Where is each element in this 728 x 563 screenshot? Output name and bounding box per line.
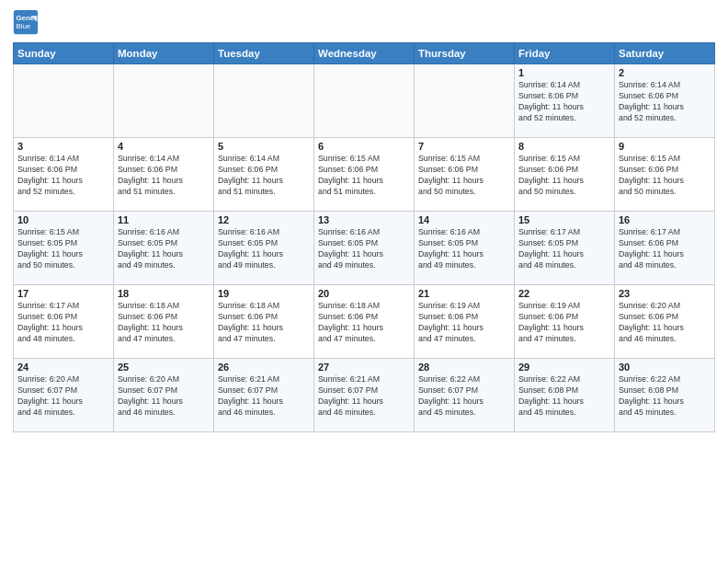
svg-text:Blue: Blue	[17, 22, 31, 30]
day-number: 11	[118, 214, 210, 225]
day-number: 6	[318, 141, 410, 152]
day-info: Sunrise: 6:15 AM Sunset: 6:06 PM Dayligh…	[518, 154, 610, 198]
weekday-row: SundayMondayTuesdayWednesdayThursdayFrid…	[14, 43, 715, 64]
page-header: General Blue	[13, 9, 715, 35]
calendar-cell: 20Sunrise: 6:18 AM Sunset: 6:06 PM Dayli…	[314, 285, 415, 359]
weekday-friday: Friday	[515, 43, 615, 64]
calendar-week-5: 24Sunrise: 6:20 AM Sunset: 6:07 PM Dayli…	[14, 359, 715, 432]
day-info: Sunrise: 6:14 AM Sunset: 6:06 PM Dayligh…	[17, 154, 109, 198]
calendar-cell: 21Sunrise: 6:19 AM Sunset: 6:06 PM Dayli…	[415, 285, 515, 359]
weekday-wednesday: Wednesday	[314, 43, 415, 64]
day-number: 24	[17, 362, 109, 373]
logo: General Blue	[13, 9, 42, 35]
calendar-cell: 8Sunrise: 6:15 AM Sunset: 6:06 PM Daylig…	[515, 138, 615, 212]
day-info: Sunrise: 6:15 AM Sunset: 6:06 PM Dayligh…	[619, 154, 711, 198]
weekday-monday: Monday	[114, 43, 214, 64]
calendar-cell: 29Sunrise: 6:22 AM Sunset: 6:08 PM Dayli…	[515, 359, 615, 432]
day-number: 30	[619, 362, 711, 373]
day-info: Sunrise: 6:17 AM Sunset: 6:05 PM Dayligh…	[518, 227, 610, 271]
day-info: Sunrise: 6:14 AM Sunset: 6:06 PM Dayligh…	[518, 80, 610, 124]
day-number: 4	[118, 141, 210, 152]
calendar-week-4: 17Sunrise: 6:17 AM Sunset: 6:06 PM Dayli…	[14, 285, 715, 359]
logo-icon: General Blue	[13, 9, 39, 35]
day-info: Sunrise: 6:19 AM Sunset: 6:06 PM Dayligh…	[418, 301, 510, 345]
calendar-cell: 12Sunrise: 6:16 AM Sunset: 6:05 PM Dayli…	[214, 212, 314, 285]
calendar-cell	[14, 64, 114, 138]
calendar-cell: 16Sunrise: 6:17 AM Sunset: 6:06 PM Dayli…	[615, 212, 715, 285]
day-info: Sunrise: 6:14 AM Sunset: 6:06 PM Dayligh…	[218, 154, 310, 198]
calendar-cell: 3Sunrise: 6:14 AM Sunset: 6:06 PM Daylig…	[14, 138, 114, 212]
calendar-cell: 23Sunrise: 6:20 AM Sunset: 6:06 PM Dayli…	[615, 285, 715, 359]
day-number: 8	[518, 141, 610, 152]
day-number: 12	[218, 214, 310, 225]
calendar-table: SundayMondayTuesdayWednesdayThursdayFrid…	[13, 42, 715, 432]
calendar-cell: 11Sunrise: 6:16 AM Sunset: 6:05 PM Dayli…	[114, 212, 214, 285]
day-number: 13	[318, 214, 410, 225]
day-number: 9	[619, 141, 711, 152]
calendar-cell: 26Sunrise: 6:21 AM Sunset: 6:07 PM Dayli…	[214, 359, 314, 432]
day-number: 20	[318, 288, 410, 299]
day-info: Sunrise: 6:19 AM Sunset: 6:06 PM Dayligh…	[518, 301, 610, 345]
weekday-sunday: Sunday	[14, 43, 114, 64]
day-number: 15	[518, 214, 610, 225]
calendar-cell: 5Sunrise: 6:14 AM Sunset: 6:06 PM Daylig…	[214, 138, 314, 212]
day-info: Sunrise: 6:15 AM Sunset: 6:05 PM Dayligh…	[17, 227, 109, 271]
calendar-header: SundayMondayTuesdayWednesdayThursdayFrid…	[14, 43, 715, 64]
day-info: Sunrise: 6:18 AM Sunset: 6:06 PM Dayligh…	[218, 301, 310, 345]
day-info: Sunrise: 6:15 AM Sunset: 6:06 PM Dayligh…	[318, 154, 410, 198]
day-number: 21	[418, 288, 510, 299]
calendar-cell: 28Sunrise: 6:22 AM Sunset: 6:07 PM Dayli…	[415, 359, 515, 432]
calendar-cell: 24Sunrise: 6:20 AM Sunset: 6:07 PM Dayli…	[14, 359, 114, 432]
day-number: 10	[17, 214, 109, 225]
day-info: Sunrise: 6:22 AM Sunset: 6:08 PM Dayligh…	[518, 374, 610, 419]
day-number: 2	[619, 67, 711, 78]
day-info: Sunrise: 6:16 AM Sunset: 6:05 PM Dayligh…	[118, 227, 210, 271]
day-number: 27	[318, 362, 410, 373]
day-info: Sunrise: 6:21 AM Sunset: 6:07 PM Dayligh…	[218, 374, 310, 419]
day-info: Sunrise: 6:14 AM Sunset: 6:06 PM Dayligh…	[118, 154, 210, 198]
day-info: Sunrise: 6:16 AM Sunset: 6:05 PM Dayligh…	[318, 227, 410, 271]
day-info: Sunrise: 6:16 AM Sunset: 6:05 PM Dayligh…	[418, 227, 510, 271]
calendar-cell: 30Sunrise: 6:22 AM Sunset: 6:08 PM Dayli…	[615, 359, 715, 432]
day-number: 1	[518, 67, 610, 78]
calendar-cell: 6Sunrise: 6:15 AM Sunset: 6:06 PM Daylig…	[314, 138, 415, 212]
calendar-cell: 14Sunrise: 6:16 AM Sunset: 6:05 PM Dayli…	[415, 212, 515, 285]
calendar-cell: 27Sunrise: 6:21 AM Sunset: 6:07 PM Dayli…	[314, 359, 415, 432]
day-number: 28	[418, 362, 510, 373]
day-number: 14	[418, 214, 510, 225]
day-info: Sunrise: 6:22 AM Sunset: 6:07 PM Dayligh…	[418, 374, 510, 419]
day-number: 29	[518, 362, 610, 373]
calendar-cell: 18Sunrise: 6:18 AM Sunset: 6:06 PM Dayli…	[114, 285, 214, 359]
day-info: Sunrise: 6:22 AM Sunset: 6:08 PM Dayligh…	[619, 374, 711, 419]
day-number: 3	[17, 141, 109, 152]
day-number: 16	[619, 214, 711, 225]
calendar-week-3: 10Sunrise: 6:15 AM Sunset: 6:05 PM Dayli…	[14, 212, 715, 285]
calendar-body: 1Sunrise: 6:14 AM Sunset: 6:06 PM Daylig…	[14, 64, 715, 432]
calendar-cell: 19Sunrise: 6:18 AM Sunset: 6:06 PM Dayli…	[214, 285, 314, 359]
calendar-cell: 15Sunrise: 6:17 AM Sunset: 6:05 PM Dayli…	[515, 212, 615, 285]
calendar-cell: 13Sunrise: 6:16 AM Sunset: 6:05 PM Dayli…	[314, 212, 415, 285]
weekday-thursday: Thursday	[415, 43, 515, 64]
day-number: 5	[218, 141, 310, 152]
calendar-cell: 25Sunrise: 6:20 AM Sunset: 6:07 PM Dayli…	[114, 359, 214, 432]
calendar-cell: 7Sunrise: 6:15 AM Sunset: 6:06 PM Daylig…	[415, 138, 515, 212]
day-info: Sunrise: 6:18 AM Sunset: 6:06 PM Dayligh…	[318, 301, 410, 345]
day-info: Sunrise: 6:20 AM Sunset: 6:06 PM Dayligh…	[619, 301, 711, 345]
calendar-cell: 9Sunrise: 6:15 AM Sunset: 6:06 PM Daylig…	[615, 138, 715, 212]
weekday-saturday: Saturday	[615, 43, 715, 64]
day-number: 25	[118, 362, 210, 373]
day-info: Sunrise: 6:20 AM Sunset: 6:07 PM Dayligh…	[17, 374, 109, 419]
calendar-cell: 1Sunrise: 6:14 AM Sunset: 6:06 PM Daylig…	[515, 64, 615, 138]
calendar-cell	[114, 64, 214, 138]
day-number: 26	[218, 362, 310, 373]
day-number: 22	[518, 288, 610, 299]
day-info: Sunrise: 6:16 AM Sunset: 6:05 PM Dayligh…	[218, 227, 310, 271]
calendar-cell: 4Sunrise: 6:14 AM Sunset: 6:06 PM Daylig…	[114, 138, 214, 212]
calendar-cell: 10Sunrise: 6:15 AM Sunset: 6:05 PM Dayli…	[14, 212, 114, 285]
calendar-week-1: 1Sunrise: 6:14 AM Sunset: 6:06 PM Daylig…	[14, 64, 715, 138]
calendar-cell: 22Sunrise: 6:19 AM Sunset: 6:06 PM Dayli…	[515, 285, 615, 359]
day-number: 17	[17, 288, 109, 299]
day-number: 23	[619, 288, 711, 299]
day-info: Sunrise: 6:21 AM Sunset: 6:07 PM Dayligh…	[318, 374, 410, 419]
day-info: Sunrise: 6:17 AM Sunset: 6:06 PM Dayligh…	[619, 227, 711, 271]
